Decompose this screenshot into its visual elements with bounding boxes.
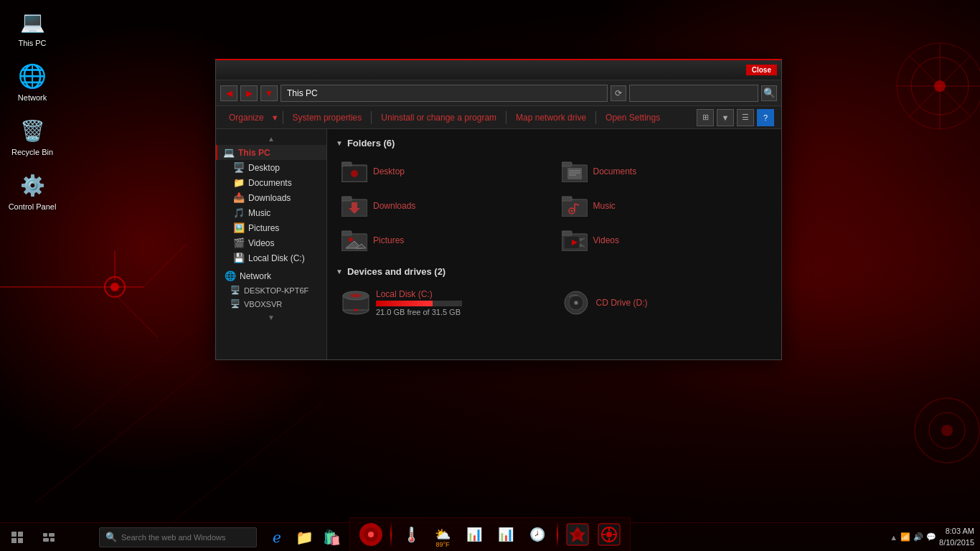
taskbar-store-icon[interactable]: 🛍️ — [320, 526, 343, 549]
desktop-icon-control-panel[interactable]: ⚙️ Control Panel — [7, 171, 57, 211]
music-folder-name: Music — [593, 201, 616, 211]
sidebar-item-downloads[interactable]: 📥 Downloads — [216, 190, 326, 205]
system-properties-button[interactable]: System properties — [287, 110, 368, 125]
map-network-button[interactable]: Map network drive — [510, 110, 592, 125]
forward-button[interactable]: ▶ — [240, 85, 258, 101]
back-button[interactable]: ◀ — [220, 85, 237, 101]
view-options-button[interactable]: ⊞ — [697, 109, 714, 126]
sidebar-item-documents[interactable]: 📁 Documents — [216, 175, 326, 190]
open-settings-button[interactable]: Open Settings — [600, 110, 666, 125]
folder-item-downloads[interactable]: Downloads — [336, 190, 553, 222]
address-input[interactable] — [281, 85, 608, 102]
drive-item-local-disk[interactable]: Local Disk (C:) 21.0 GB free of 31.5 GB — [336, 284, 553, 321]
dock-icon-3[interactable]: 📊 — [459, 519, 489, 550]
local-disk-info: Local Disk (C:) 21.0 GB free of 31.5 GB — [376, 289, 462, 316]
sidebar-item-desktop-machine[interactable]: 🖥️ DESKTOP-KPT6F — [216, 283, 326, 297]
sidebar-item-music[interactable]: 🎵 Music — [216, 205, 326, 220]
svg-rect-30 — [341, 197, 352, 201]
cortana-icon: 🔍 — [105, 532, 117, 542]
content-panel: ▼ Folders (6) Desktop — [327, 129, 781, 359]
sidebar-scroll-up[interactable]: ▲ — [216, 132, 326, 145]
taskbar-left — [0, 523, 63, 552]
uninstall-button[interactable]: Uninstall or change a program — [375, 110, 502, 125]
view-list-button[interactable]: ☰ — [737, 109, 754, 126]
svg-point-75 — [606, 532, 612, 537]
taskbar-search-box[interactable]: 🔍 — [99, 527, 257, 547]
organize-button[interactable]: Organize — [223, 110, 270, 125]
dock-icon-4[interactable]: 📊 — [491, 519, 521, 550]
tray-date-display: 8/10/2015 — [939, 537, 974, 548]
address-bar: ◀ ▶ ▼ ⟳ 🔍 — [216, 80, 781, 106]
drive-item-cd[interactable]: CD Drive (D:) — [556, 284, 773, 321]
sidebar-item-this-pc[interactable]: 💻 This PC — [216, 145, 326, 160]
organize-dropdown-icon[interactable]: ▼ — [271, 113, 279, 122]
sidebar-item-videos[interactable]: 🎬 Videos — [216, 235, 326, 250]
sidebar-videos-label: Videos — [248, 238, 274, 248]
sidebar-item-pictures[interactable]: 🖼️ Pictures — [216, 220, 326, 235]
folder-item-music[interactable]: Music — [556, 190, 773, 222]
start-button[interactable] — [3, 523, 32, 552]
tray-up-arrow[interactable]: ▲ — [890, 533, 897, 542]
dock-icon-7[interactable] — [594, 519, 624, 550]
toolbar-right: ⊞ ▼ ☰ ? — [697, 109, 774, 126]
svg-rect-24 — [562, 162, 572, 166]
folders-section-label: Folders (6) — [347, 138, 395, 149]
tray-clock[interactable]: 8:03 AM 8/10/2015 — [939, 526, 974, 548]
search-button[interactable]: 🔍 — [761, 85, 777, 101]
sidebar-desktop-label: Desktop — [248, 163, 280, 173]
dock-icon-5[interactable]: 🕗 — [522, 519, 552, 550]
sidebar-item-local-disk[interactable]: 💾 Local Disk (C:) — [216, 250, 326, 265]
refresh-button[interactable]: ⟳ — [611, 85, 626, 101]
pictures-sidebar-icon: 🖼️ — [233, 222, 245, 233]
desktop-folder-name: Desktop — [373, 166, 405, 176]
dock-divider-1 — [390, 522, 392, 547]
sidebar-local-disk-label: Local Disk (C:) — [248, 253, 305, 263]
cd-drive-info: CD Drive (D:) — [596, 298, 648, 308]
taskbar-explorer-icon[interactable]: 📁 — [293, 526, 316, 549]
downloads-folder-icon — [341, 193, 367, 219]
this-pc-label: This PC — [18, 39, 46, 47]
videos-sidebar-icon: 🎬 — [233, 237, 245, 248]
downloads-folder-name: Downloads — [373, 201, 415, 211]
svg-rect-59 — [11, 532, 17, 537]
taskbar-search-input[interactable] — [121, 533, 250, 542]
close-button[interactable]: Close — [746, 65, 777, 75]
downloads-sidebar-icon: 📥 — [233, 192, 245, 203]
documents-sidebar-icon: 📁 — [233, 177, 245, 188]
pictures-folder-name: Pictures — [373, 235, 404, 245]
desktop-icon-this-pc[interactable]: 💻 This PC — [7, 7, 57, 47]
recycle-bin-label: Recycle Bin — [11, 148, 53, 156]
desktop-icon-recycle-bin[interactable]: 🗑️ Recycle Bin — [7, 116, 57, 156]
dock-divider-2 — [557, 522, 558, 547]
sidebar-item-vboxsvr[interactable]: 🖥️ VBOXSVR — [216, 297, 326, 311]
documents-folder-name: Documents — [593, 166, 637, 176]
this-pc-sidebar-icon: 💻 — [223, 147, 235, 158]
tray-message-icon[interactable]: 💬 — [926, 532, 936, 542]
drives-section-header[interactable]: ▼ Devices and drives (2) — [336, 266, 773, 277]
toolbar-separator-2 — [371, 111, 372, 124]
task-view-button[interactable] — [34, 523, 63, 552]
folder-item-pictures[interactable]: Pictures — [336, 225, 553, 256]
folder-item-videos[interactable]: Videos — [556, 225, 773, 256]
taskbar-edge-icon[interactable]: ℯ — [265, 526, 288, 549]
folder-item-desktop[interactable]: Desktop — [336, 156, 553, 187]
dropdown-button[interactable]: ▼ — [260, 85, 278, 101]
sidebar-item-desktop[interactable]: 🖥️ Desktop — [216, 160, 326, 175]
search-input[interactable] — [629, 85, 758, 102]
dock-icon-1[interactable]: 🌡️ — [396, 519, 426, 550]
local-disk-sidebar-icon: 💾 — [233, 253, 245, 263]
folders-section-header[interactable]: ▼ Folders (6) — [336, 138, 773, 149]
dock-icon-0[interactable] — [356, 519, 386, 550]
sidebar-scroll-down[interactable]: ▼ — [216, 311, 326, 324]
dock-icon-2[interactable]: ⛅ 89°F — [428, 519, 458, 550]
sidebar-vboxsvr-label: VBOXSVR — [244, 300, 282, 309]
tray-volume-icon[interactable]: 🔊 — [913, 532, 923, 542]
desktop-icon-network[interactable]: 🌐 Network — [7, 62, 57, 102]
help-button[interactable]: ? — [757, 109, 774, 126]
sidebar-pictures-label: Pictures — [248, 223, 279, 233]
view-dropdown-button[interactable]: ▼ — [717, 109, 734, 126]
control-panel-icon: ⚙️ — [18, 171, 47, 199]
sidebar-item-network[interactable]: 🌐 Network — [216, 268, 326, 283]
dock-icon-6[interactable] — [562, 519, 593, 550]
folder-item-documents[interactable]: Documents — [556, 156, 773, 187]
